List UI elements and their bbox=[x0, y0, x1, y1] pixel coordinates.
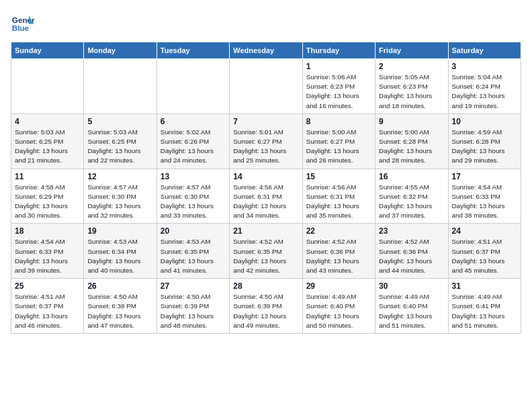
day-cell: 6Sunrise: 5:02 AM Sunset: 6:26 PM Daylig… bbox=[157, 113, 229, 169]
day-header-monday: Monday bbox=[84, 42, 157, 59]
day-number: 12 bbox=[87, 172, 152, 181]
day-info: Sunrise: 4:51 AM Sunset: 6:37 PM Dayligh… bbox=[15, 292, 80, 330]
day-info: Sunrise: 4:57 AM Sunset: 6:30 PM Dayligh… bbox=[87, 183, 152, 221]
day-number: 24 bbox=[452, 226, 517, 236]
week-row-3: 11Sunrise: 4:58 AM Sunset: 6:29 PM Dayli… bbox=[11, 169, 521, 224]
day-info: Sunrise: 4:53 AM Sunset: 6:34 PM Dayligh… bbox=[87, 237, 152, 275]
day-info: Sunrise: 4:49 AM Sunset: 6:40 PM Dayligh… bbox=[379, 292, 444, 330]
logo-icon: General Blue bbox=[11, 11, 35, 35]
day-header-saturday: Saturday bbox=[448, 42, 521, 59]
day-header-thursday: Thursday bbox=[302, 42, 375, 59]
day-cell: 12Sunrise: 4:57 AM Sunset: 6:30 PM Dayli… bbox=[84, 169, 157, 224]
week-row-2: 4Sunrise: 5:03 AM Sunset: 6:25 PM Daylig… bbox=[11, 113, 521, 169]
day-number: 9 bbox=[379, 117, 444, 126]
day-number: 8 bbox=[306, 117, 371, 126]
week-row-5: 25Sunrise: 4:51 AM Sunset: 6:37 PM Dayli… bbox=[11, 279, 521, 334]
day-cell: 30Sunrise: 4:49 AM Sunset: 6:40 PM Dayli… bbox=[375, 279, 448, 334]
day-number: 15 bbox=[306, 172, 371, 181]
day-number: 4 bbox=[15, 117, 80, 126]
day-header-friday: Friday bbox=[375, 42, 448, 59]
day-number: 11 bbox=[15, 172, 80, 181]
day-cell: 23Sunrise: 4:52 AM Sunset: 6:36 PM Dayli… bbox=[375, 224, 448, 279]
day-cell: 4Sunrise: 5:03 AM Sunset: 6:25 PM Daylig… bbox=[11, 113, 84, 169]
day-number: 29 bbox=[306, 281, 371, 291]
day-cell: 5Sunrise: 5:03 AM Sunset: 6:25 PM Daylig… bbox=[84, 113, 157, 169]
day-cell: 14Sunrise: 4:56 AM Sunset: 6:31 PM Dayli… bbox=[230, 169, 302, 224]
day-cell bbox=[230, 59, 302, 114]
day-info: Sunrise: 5:01 AM Sunset: 6:27 PM Dayligh… bbox=[233, 128, 298, 166]
day-number: 14 bbox=[233, 172, 298, 181]
day-info: Sunrise: 4:51 AM Sunset: 6:37 PM Dayligh… bbox=[452, 237, 517, 275]
day-number: 6 bbox=[161, 117, 226, 126]
calendar-table: SundayMondayTuesdayWednesdayThursdayFrid… bbox=[11, 42, 521, 334]
day-info: Sunrise: 5:05 AM Sunset: 6:23 PM Dayligh… bbox=[379, 73, 444, 111]
day-cell: 21Sunrise: 4:52 AM Sunset: 6:35 PM Dayli… bbox=[230, 224, 302, 279]
day-number: 16 bbox=[379, 172, 444, 181]
day-cell bbox=[157, 59, 229, 114]
day-number: 28 bbox=[233, 281, 298, 291]
day-cell: 17Sunrise: 4:54 AM Sunset: 6:33 PM Dayli… bbox=[448, 169, 521, 224]
day-header-wednesday: Wednesday bbox=[230, 42, 302, 59]
day-number: 30 bbox=[379, 281, 444, 291]
day-header-sunday: Sunday bbox=[11, 42, 84, 59]
page-header: General Blue bbox=[11, 11, 521, 35]
day-cell: 25Sunrise: 4:51 AM Sunset: 6:37 PM Dayli… bbox=[11, 279, 84, 334]
day-cell: 28Sunrise: 4:50 AM Sunset: 6:39 PM Dayli… bbox=[230, 279, 302, 334]
day-cell: 20Sunrise: 4:53 AM Sunset: 6:35 PM Dayli… bbox=[157, 224, 229, 279]
day-cell: 3Sunrise: 5:04 AM Sunset: 6:24 PM Daylig… bbox=[448, 59, 521, 114]
day-cell: 11Sunrise: 4:58 AM Sunset: 6:29 PM Dayli… bbox=[11, 169, 84, 224]
day-number: 7 bbox=[233, 117, 298, 126]
day-cell: 13Sunrise: 4:57 AM Sunset: 6:30 PM Dayli… bbox=[157, 169, 229, 224]
day-number: 13 bbox=[161, 172, 226, 181]
calendar-header: SundayMondayTuesdayWednesdayThursdayFrid… bbox=[11, 42, 521, 59]
day-cell: 27Sunrise: 4:50 AM Sunset: 6:39 PM Dayli… bbox=[157, 279, 229, 334]
day-info: Sunrise: 4:54 AM Sunset: 6:33 PM Dayligh… bbox=[452, 183, 517, 221]
day-cell: 18Sunrise: 4:54 AM Sunset: 6:33 PM Dayli… bbox=[11, 224, 84, 279]
day-cell: 1Sunrise: 5:06 AM Sunset: 6:23 PM Daylig… bbox=[302, 59, 375, 114]
day-info: Sunrise: 5:06 AM Sunset: 6:23 PM Dayligh… bbox=[306, 73, 371, 111]
day-info: Sunrise: 4:50 AM Sunset: 6:39 PM Dayligh… bbox=[233, 292, 298, 330]
day-info: Sunrise: 4:55 AM Sunset: 6:32 PM Dayligh… bbox=[379, 183, 444, 221]
day-info: Sunrise: 5:02 AM Sunset: 6:26 PM Dayligh… bbox=[161, 128, 226, 166]
day-info: Sunrise: 4:52 AM Sunset: 6:36 PM Dayligh… bbox=[306, 237, 371, 275]
day-number: 17 bbox=[452, 172, 517, 181]
day-info: Sunrise: 4:53 AM Sunset: 6:35 PM Dayligh… bbox=[161, 237, 226, 275]
day-info: Sunrise: 4:49 AM Sunset: 6:40 PM Dayligh… bbox=[306, 292, 371, 330]
day-number: 5 bbox=[87, 117, 152, 126]
day-info: Sunrise: 4:54 AM Sunset: 6:33 PM Dayligh… bbox=[15, 237, 80, 275]
day-number: 19 bbox=[87, 226, 152, 236]
week-row-4: 18Sunrise: 4:54 AM Sunset: 6:33 PM Dayli… bbox=[11, 224, 521, 279]
day-info: Sunrise: 4:52 AM Sunset: 6:36 PM Dayligh… bbox=[379, 237, 444, 275]
day-number: 2 bbox=[379, 62, 444, 71]
day-cell: 9Sunrise: 5:00 AM Sunset: 6:28 PM Daylig… bbox=[375, 113, 448, 169]
day-number: 26 bbox=[87, 281, 152, 291]
day-cell bbox=[84, 59, 157, 114]
day-cell bbox=[11, 59, 84, 114]
day-cell: 15Sunrise: 4:56 AM Sunset: 6:31 PM Dayli… bbox=[302, 169, 375, 224]
day-info: Sunrise: 4:58 AM Sunset: 6:29 PM Dayligh… bbox=[15, 183, 80, 221]
day-cell: 31Sunrise: 4:49 AM Sunset: 6:41 PM Dayli… bbox=[448, 279, 521, 334]
day-number: 1 bbox=[306, 62, 371, 71]
day-info: Sunrise: 5:00 AM Sunset: 6:28 PM Dayligh… bbox=[379, 128, 444, 166]
day-info: Sunrise: 4:56 AM Sunset: 6:31 PM Dayligh… bbox=[233, 183, 298, 221]
day-number: 18 bbox=[15, 226, 80, 236]
day-cell: 8Sunrise: 5:00 AM Sunset: 6:27 PM Daylig… bbox=[302, 113, 375, 169]
day-cell: 16Sunrise: 4:55 AM Sunset: 6:32 PM Dayli… bbox=[375, 169, 448, 224]
day-number: 3 bbox=[452, 62, 517, 71]
logo: General Blue bbox=[11, 11, 35, 35]
day-info: Sunrise: 5:04 AM Sunset: 6:24 PM Dayligh… bbox=[452, 73, 517, 111]
day-number: 20 bbox=[161, 226, 226, 236]
day-cell: 19Sunrise: 4:53 AM Sunset: 6:34 PM Dayli… bbox=[84, 224, 157, 279]
day-number: 25 bbox=[15, 281, 80, 291]
day-info: Sunrise: 5:03 AM Sunset: 6:25 PM Dayligh… bbox=[87, 128, 152, 166]
day-number: 21 bbox=[233, 226, 298, 236]
day-info: Sunrise: 4:50 AM Sunset: 6:39 PM Dayligh… bbox=[161, 292, 226, 330]
day-info: Sunrise: 4:50 AM Sunset: 6:38 PM Dayligh… bbox=[87, 292, 152, 330]
day-info: Sunrise: 4:56 AM Sunset: 6:31 PM Dayligh… bbox=[306, 183, 371, 221]
svg-text:Blue: Blue bbox=[12, 24, 30, 32]
day-cell: 22Sunrise: 4:52 AM Sunset: 6:36 PM Dayli… bbox=[302, 224, 375, 279]
day-cell: 24Sunrise: 4:51 AM Sunset: 6:37 PM Dayli… bbox=[448, 224, 521, 279]
day-cell: 29Sunrise: 4:49 AM Sunset: 6:40 PM Dayli… bbox=[302, 279, 375, 334]
day-number: 10 bbox=[452, 117, 517, 126]
day-header-tuesday: Tuesday bbox=[157, 42, 229, 59]
